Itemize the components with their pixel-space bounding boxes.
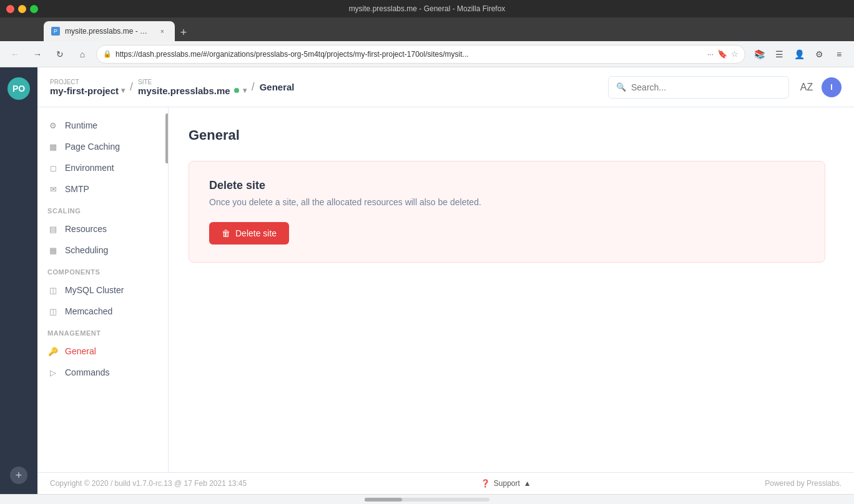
nav-item-smtp-label: SMTP — [65, 184, 89, 194]
nav-sidebar: ⚙ Runtime ▦ Page Caching ◻ Environment — [37, 107, 169, 472]
nav-item-page-caching[interactable]: ▦ Page Caching — [37, 136, 168, 157]
nav-item-scheduling[interactable]: ▦ Scheduling — [37, 240, 168, 261]
add-button[interactable]: + — [10, 467, 27, 484]
scheduling-icon: ▦ — [47, 245, 59, 256]
breadcrumb: PROJECT my-first-project ▾ / SITE mysite… — [50, 79, 601, 96]
minimize-button[interactable] — [18, 5, 26, 13]
breadcrumb-project: PROJECT my-first-project ▾ — [50, 79, 125, 96]
project-name[interactable]: my-first-project ▾ — [50, 85, 125, 96]
nav-item-general-label: General — [65, 346, 96, 356]
footer: Copyright © 2020 / build v1.7.0-rc.13 @ … — [37, 472, 854, 494]
trash-icon: 🗑 — [222, 228, 230, 238]
browser-scrollbar[interactable] — [0, 494, 854, 504]
close-button[interactable] — [6, 5, 14, 13]
maximize-button[interactable] — [30, 5, 38, 13]
address-text: https://dash.presslabs.me/#/organization… — [115, 50, 704, 59]
nav-section-default: ⚙ Runtime ▦ Page Caching ◻ Environment — [37, 115, 168, 200]
active-tab[interactable]: P mysite.presslabs.me - Ger × — [44, 21, 175, 41]
nav-section-management: MANAGEMENT 🔑 General ▷ Commands — [37, 322, 168, 383]
nav-bar: ← → ↻ ⌂ 🔒 https://dash.presslabs.me/#/or… — [0, 41, 854, 67]
breadcrumb-separator-1: / — [130, 80, 133, 94]
tab-bar: P mysite.presslabs.me - Ger × + — [0, 17, 854, 41]
site-label: SITE — [138, 79, 247, 85]
runtime-icon: ⚙ — [47, 120, 59, 131]
address-more-icon: ··· — [707, 50, 714, 59]
nav-item-commands[interactable]: ▷ Commands — [37, 362, 168, 383]
reload-button[interactable]: ↻ — [51, 46, 69, 63]
page-content: General Delete site Once you delete a si… — [169, 107, 854, 472]
breadcrumb-site: SITE mysite.presslabs.me ▾ — [138, 79, 247, 96]
library-icon[interactable]: 📚 — [750, 46, 768, 63]
nav-item-runtime-label: Runtime — [65, 120, 97, 130]
translate-icon[interactable]: AZ — [797, 77, 817, 97]
management-section-label: MANAGEMENT — [37, 322, 168, 341]
mysql-icon: ◫ — [47, 284, 59, 296]
powered-by-text: Powered by Presslabs. — [765, 479, 842, 488]
commands-icon: ▷ — [47, 367, 59, 378]
support-icon: ❓ — [481, 479, 490, 488]
breadcrumb-separator-2: / — [252, 80, 255, 94]
project-chevron-icon: ▾ — [121, 86, 125, 95]
components-section-label: COMPONENTS — [37, 261, 168, 279]
back-button[interactable]: ← — [6, 46, 24, 63]
page-title: General — [189, 127, 834, 143]
nav-item-environment[interactable]: ◻ Environment — [37, 157, 168, 178]
support-label: Support — [494, 479, 520, 488]
tab-label: mysite.presslabs.me - Ger — [65, 27, 152, 36]
new-tab-button[interactable]: + — [175, 24, 192, 41]
top-header: PROJECT my-first-project ▾ / SITE mysite… — [37, 67, 854, 107]
horizontal-scrollbar[interactable] — [365, 498, 489, 502]
copyright-text: Copyright © 2020 / build v1.7.0-rc.13 @ … — [50, 479, 247, 488]
user-icon[interactable]: I — [822, 77, 842, 97]
search-input[interactable] — [631, 82, 781, 92]
memcached-icon: ◫ — [47, 306, 59, 317]
address-bar[interactable]: 🔒 https://dash.presslabs.me/#/organizati… — [96, 45, 745, 64]
nav-item-commands-label: Commands — [65, 367, 110, 377]
delete-card-title: Delete site — [209, 179, 805, 192]
scrollbar-thumb — [165, 114, 169, 163]
resources-icon: ▤ — [47, 223, 59, 235]
nav-item-runtime[interactable]: ⚙ Runtime — [37, 115, 168, 136]
support-link[interactable]: ❓ Support ▲ — [481, 479, 531, 488]
status-indicator — [234, 88, 239, 93]
nav-section-components: COMPONENTS ◫ MySQL Cluster ◫ Memcached — [37, 261, 168, 322]
delete-site-button-label: Delete site — [235, 228, 277, 238]
nav-item-general[interactable]: 🔑 General — [37, 341, 168, 362]
nav-item-memcached-label: Memcached — [65, 306, 112, 316]
nav-item-page-caching-label: Page Caching — [65, 142, 120, 152]
project-label: PROJECT — [50, 79, 125, 85]
nav-item-smtp[interactable]: ✉ SMTP — [37, 178, 168, 200]
site-name[interactable]: mysite.presslabs.me ▾ — [138, 85, 247, 96]
star-icon[interactable]: ☆ — [731, 49, 739, 59]
scaling-section-label: SCALING — [37, 200, 168, 218]
nav-item-resources[interactable]: ▤ Resources — [37, 218, 168, 240]
window-title: mysite.presslabs.me - General - Mozilla … — [349, 4, 506, 13]
breadcrumb-page: General — [260, 82, 295, 92]
search-box[interactable]: 🔍 — [608, 76, 789, 99]
page-caching-icon: ▦ — [47, 141, 59, 152]
forward-button[interactable]: → — [29, 46, 46, 63]
left-sidebar: PO + — [0, 67, 37, 494]
nav-item-mysql[interactable]: ◫ MySQL Cluster — [37, 279, 168, 301]
home-button[interactable]: ⌂ — [74, 46, 91, 63]
nav-item-mysql-label: MySQL Cluster — [65, 285, 124, 295]
delete-site-card: Delete site Once you delete a site, all … — [189, 161, 825, 263]
account-icon[interactable]: 👤 — [790, 46, 808, 63]
environment-icon: ◻ — [47, 162, 59, 173]
settings-icon[interactable]: ⚙ — [810, 46, 828, 63]
search-icon: 🔍 — [616, 82, 626, 92]
nav-item-environment-label: Environment — [65, 163, 114, 173]
header-icons: AZ I — [797, 77, 842, 97]
nav-scrollbar[interactable] — [165, 114, 168, 163]
nav-item-memcached[interactable]: ◫ Memcached — [37, 301, 168, 322]
delete-site-button[interactable]: 🗑 Delete site — [209, 222, 289, 245]
user-avatar[interactable]: PO — [7, 77, 30, 100]
smtp-icon: ✉ — [47, 183, 59, 195]
app-content: PO + PROJECT my-first-project ▾ / — [0, 67, 854, 494]
site-chevron-icon: ▾ — [243, 86, 247, 95]
main-area: PROJECT my-first-project ▾ / SITE mysite… — [37, 67, 854, 494]
tab-close-button[interactable]: × — [157, 26, 167, 36]
menu-icon[interactable]: ≡ — [830, 46, 848, 63]
sidebar-toggle-icon[interactable]: ☰ — [770, 46, 788, 63]
bookmark-icon[interactable]: 🔖 — [717, 49, 727, 59]
